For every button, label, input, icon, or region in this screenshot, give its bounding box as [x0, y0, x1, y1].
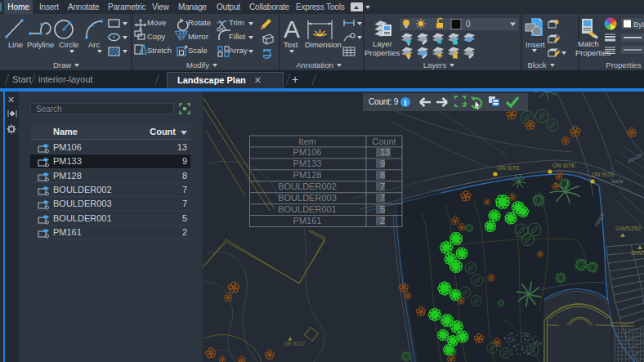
svg-text:PM133: PM133 — [293, 159, 322, 168]
svg-text:0: 0 — [466, 20, 471, 29]
svg-text:ON SITE: ON SITE — [497, 165, 520, 171]
svg-text:ON SITE: ON SITE — [592, 172, 615, 177]
svg-text:13: 13 — [380, 147, 390, 157]
svg-text:BOULDER001: BOULDER001 — [278, 204, 337, 214]
svg-text:7: 7 — [380, 193, 385, 203]
svg-text:GW52: GW52 — [631, 249, 644, 257]
svg-text:PM161: PM161 — [293, 216, 322, 226]
svg-text:Count: Count — [372, 136, 396, 146]
svg-text:ON SITE: ON SITE — [552, 163, 575, 168]
svg-text:PM128: PM128 — [293, 170, 322, 180]
svg-text:Item: Item — [298, 136, 315, 146]
svg-text:7: 7 — [380, 181, 385, 191]
svg-text:GATE: GATE — [611, 179, 624, 184]
svg-text:BOULDER002: BOULDER002 — [278, 181, 337, 191]
svg-text:BOULDER003: BOULDER003 — [278, 193, 337, 203]
svg-text:8: 8 — [380, 170, 385, 180]
svg-text:GR 3217: GR 3217 — [284, 341, 305, 346]
svg-text:9: 9 — [380, 159, 385, 168]
svg-text:2: 2 — [380, 216, 385, 226]
svg-text:A: A — [284, 16, 300, 42]
svg-text:i: i — [405, 98, 407, 107]
svg-text:PM106: PM106 — [293, 147, 322, 157]
svg-text:GW5252: GW5252 — [615, 225, 642, 232]
svg-text:5: 5 — [380, 204, 385, 214]
svg-text:ByL: ByL — [633, 20, 644, 29]
